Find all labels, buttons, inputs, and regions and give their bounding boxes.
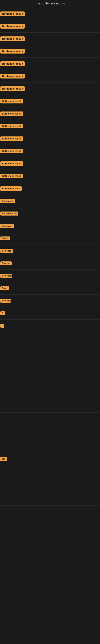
- list-item: [0, 412, 100, 453]
- list-item: [0, 332, 100, 372]
- bottleneck-result-badge[interactable]: Bottleneck result: [0, 136, 23, 141]
- list-item: Bottleneck: [0, 195, 100, 207]
- bottleneck-result-badge[interactable]: Bottleneck result: [0, 162, 23, 166]
- list-item: Bottleneck result: [0, 95, 100, 108]
- bottleneck-result-badge[interactable]: Bottleneck r: [0, 274, 12, 278]
- bottleneck-result-badge[interactable]: Bottlenec: [0, 224, 14, 228]
- list-item: Bottlenec: [0, 245, 100, 257]
- bottleneck-result-badge[interactable]: Bottleneck result: [0, 124, 23, 128]
- site-header: TheBottlenecker.com: [0, 0, 100, 8]
- list-item: Bottleneck result: [0, 70, 100, 82]
- list-item: Bottleneck res: [0, 207, 100, 220]
- list-item: Bottleneck result: [0, 120, 100, 132]
- list-item: Bo: [0, 453, 100, 465]
- bottleneck-result-badge[interactable]: Bottleneck result: [0, 12, 25, 16]
- bottleneck-result-badge[interactable]: Bottleneck res: [0, 212, 18, 216]
- list-item: Bottleneck result: [0, 158, 100, 170]
- list-item: Bottleneck result: [0, 58, 100, 70]
- bottleneck-result-badge[interactable]: B: [0, 311, 5, 315]
- list-item: Bottleneck result: [0, 45, 100, 58]
- list-item: Bottlenec: [0, 220, 100, 232]
- bottleneck-result-badge[interactable]: Bottleneck result: [0, 62, 25, 66]
- bottleneck-result-badge[interactable]: Bottleneck result: [0, 74, 25, 78]
- list-item: Bottleneck resu: [0, 182, 100, 195]
- list-item: [0, 546, 100, 586]
- bottleneck-result-badge[interactable]: Bottlenec: [0, 299, 11, 303]
- bottleneck-result-badge[interactable]: Bottleneck result: [0, 36, 25, 41]
- list-item: Bottlenec: [0, 295, 100, 307]
- list-item: Bottleneck result: [0, 8, 100, 20]
- bottleneck-result-badge[interactable]: Bottle: [0, 286, 9, 290]
- list-item: Bottleneck r: [0, 270, 100, 282]
- bottleneck-result-badge[interactable]: Bottleneck result: [0, 86, 25, 91]
- bottleneck-result-badge[interactable]: Bo: [0, 457, 7, 461]
- bottleneck-result-badge[interactable]: |: [0, 324, 4, 328]
- list-item: Bottlene: [0, 257, 100, 270]
- bottleneck-result-badge[interactable]: Bottleneck result: [0, 149, 23, 153]
- bottleneck-result-badge[interactable]: Bottlenec: [0, 249, 13, 253]
- bottleneck-result-badge[interactable]: Bottleneck result: [0, 99, 23, 104]
- bottleneck-result-badge[interactable]: Bottleneck: [0, 199, 15, 203]
- list-item: Bottleneck result: [0, 82, 100, 95]
- list-item: Bottleneck result: [0, 145, 100, 158]
- list-item: Bottleneck result: [0, 108, 100, 120]
- list-item: [0, 465, 100, 506]
- bottleneck-result-badge[interactable]: Bottleneck result: [0, 174, 23, 178]
- results-container: Bottleneck resultBottleneck resultBottle…: [0, 8, 100, 586]
- list-item: [0, 372, 100, 412]
- bottleneck-result-badge[interactable]: Bottleneck result: [0, 49, 25, 54]
- list-item: [0, 506, 100, 546]
- list-item: Bottler: [0, 232, 100, 245]
- list-item: B: [0, 307, 100, 320]
- list-item: Bottleneck result: [0, 132, 100, 145]
- list-item: Bottleneck result: [0, 32, 100, 45]
- list-item: Bottleneck result: [0, 20, 100, 32]
- bottleneck-result-badge[interactable]: Bottleneck result: [0, 24, 25, 28]
- list-item: |: [0, 320, 100, 332]
- bottleneck-result-badge[interactable]: Bottleneck result: [0, 112, 23, 116]
- bottleneck-result-badge[interactable]: Bottleneck resu: [0, 186, 22, 191]
- list-item: Bottle: [0, 282, 100, 295]
- bottleneck-result-badge[interactable]: Bottler: [0, 236, 10, 240]
- bottleneck-result-badge[interactable]: Bottlene: [0, 262, 12, 265]
- list-item: Bottleneck result: [0, 170, 100, 182]
